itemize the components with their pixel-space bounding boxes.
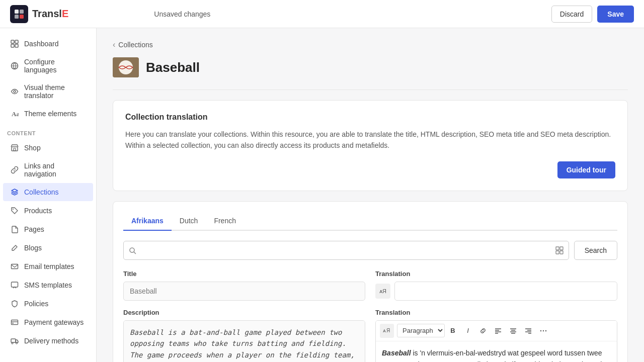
breadcrumb[interactable]: ‹ Collections (113, 40, 628, 49)
svg-rect-16 (12, 320, 18, 325)
rich-content-italic-start: Baseball (382, 349, 411, 357)
title-translation-wrap: ᴀЯ bofbal (375, 282, 617, 301)
align-right-button[interactable] (521, 324, 535, 338)
toolbar-translate-icon: ᴀЯ (380, 324, 394, 338)
svg-rect-27 (560, 251, 563, 254)
sidebar-label-email-templates: Email templates (24, 262, 74, 270)
sidebar-item-theme-elements[interactable]: Aa Theme elements (3, 105, 93, 123)
title-translation-label: Translation (375, 270, 617, 278)
breadcrumb-label: Collections (118, 41, 152, 49)
sidebar-item-blogs[interactable]: Blogs (3, 239, 93, 257)
sidebar-item-shop[interactable]: Shop (3, 139, 93, 157)
svg-rect-11 (12, 147, 18, 151)
more-options-button[interactable] (536, 324, 550, 338)
svg-rect-17 (12, 323, 14, 324)
guided-tour-button[interactable]: Guided tour (557, 161, 615, 178)
collection-card-title: Collection translation (125, 113, 615, 122)
sidebar-item-payment-gateways[interactable]: Payment gateways (3, 313, 93, 331)
rich-content-area[interactable]: Baseball is 'n vlermuis-en-bal-wedstryd … (376, 341, 617, 362)
align-left-button[interactable] (491, 324, 505, 338)
svg-point-13 (13, 209, 14, 210)
search-button[interactable]: Search (574, 241, 617, 260)
rich-content-text: is 'n vlermuis-en-bal-wedstryd wat gespe… (382, 349, 602, 362)
svg-rect-0 (15, 10, 19, 14)
sidebar-item-policies[interactable]: Policies (3, 295, 93, 313)
collection-card-description: Here you can translate your collections.… (125, 129, 615, 151)
sidebar-item-dashboard[interactable]: Dashboard (3, 35, 93, 53)
tab-french[interactable]: French (206, 212, 244, 231)
svg-rect-7 (15, 44, 18, 47)
page-header: Baseball (113, 57, 628, 77)
grid-view-icon[interactable] (555, 246, 564, 254)
logo: TranslE (10, 5, 68, 23)
align-center-button[interactable] (506, 324, 520, 338)
sidebar-item-sms-templates[interactable]: SMS templates (3, 276, 93, 294)
sidebar-item-collections[interactable]: Collections (3, 183, 93, 201)
content-section-label: CONTENT (0, 123, 96, 138)
shield-icon (10, 299, 19, 308)
sidebar: Dashboard Configure languages Visual the… (0, 28, 97, 362)
svg-point-45 (543, 330, 544, 331)
svg-rect-15 (12, 282, 18, 287)
paragraph-select[interactable]: Paragraph (397, 324, 445, 337)
sidebar-item-email-templates[interactable]: Email templates (3, 257, 93, 276)
description-label: Description (123, 309, 365, 316)
mail-icon (10, 262, 19, 271)
sidebar-item-links-and-navigation[interactable]: Links and navigation (3, 157, 93, 183)
svg-rect-12 (14, 148, 16, 151)
edit-icon (10, 243, 19, 252)
bold-button[interactable]: B (446, 324, 460, 338)
tab-dutch[interactable]: Dutch (172, 212, 206, 231)
svg-text:Я: Я (386, 328, 390, 333)
save-button[interactable]: Save (597, 6, 634, 23)
tab-afrikaans[interactable]: Afrikaans (123, 212, 172, 231)
logo-text: TranslE (32, 8, 68, 20)
title-translation-group: Translation ᴀЯ bofbal (375, 270, 617, 301)
translate-icon: ᴀЯ (375, 284, 390, 299)
sidebar-label-policies: Policies (24, 300, 48, 308)
title-fields-row: Title Translation ᴀЯ bofbal (123, 270, 617, 301)
svg-point-46 (545, 330, 546, 331)
sidebar-label-theme-elements: Theme elements (24, 110, 76, 118)
collection-image (113, 57, 139, 77)
sidebar-label-links: Links and navigation (24, 162, 86, 178)
italic-button[interactable]: I (461, 324, 475, 338)
language-tabs: Afrikaans Dutch French (123, 212, 617, 231)
svg-rect-4 (11, 40, 14, 43)
svg-point-23 (130, 248, 134, 252)
svg-rect-1 (20, 10, 24, 14)
layers-icon (10, 188, 19, 197)
sidebar-item-products[interactable]: Products (3, 202, 93, 220)
sidebar-item-pages[interactable]: Pages (3, 220, 93, 238)
svg-rect-24 (556, 247, 559, 250)
svg-point-44 (540, 330, 541, 331)
topbar-actions: Discard Save (551, 6, 634, 23)
svg-point-9 (14, 90, 16, 93)
search-input[interactable] (140, 241, 551, 259)
sidebar-label-shop: Shop (24, 144, 41, 152)
page-title: Baseball (146, 60, 200, 75)
link-button[interactable] (476, 324, 490, 338)
svg-text:ᴀ: ᴀ (383, 328, 386, 333)
svg-rect-6 (11, 44, 14, 47)
credit-card-icon (10, 318, 19, 327)
sidebar-item-visual-theme-translator[interactable]: Visual theme translator (3, 79, 93, 104)
eye-icon (10, 87, 19, 96)
sidebar-item-delivery-methods[interactable]: Delivery methods (3, 332, 93, 350)
breadcrumb-arrow-icon: ‹ (113, 40, 115, 49)
svg-rect-5 (15, 40, 18, 43)
search-row: Search (123, 241, 617, 260)
discard-button[interactable]: Discard (551, 6, 592, 23)
sidebar-item-configure-languages[interactable]: Configure languages (3, 53, 93, 78)
grid-icon (10, 39, 19, 48)
header-divider (113, 89, 628, 90)
svg-rect-26 (556, 251, 559, 254)
sidebar-label-pages: Pages (24, 225, 44, 233)
description-textarea[interactable]: Baseball is a bat-and-ball game played b… (123, 320, 365, 362)
svg-text:Aa: Aa (12, 110, 19, 118)
title-input[interactable] (123, 282, 365, 301)
title-translation-input[interactable]: bofbal (394, 282, 617, 301)
link-icon (10, 165, 19, 174)
truck-icon (10, 336, 19, 345)
tag-icon (10, 206, 19, 215)
